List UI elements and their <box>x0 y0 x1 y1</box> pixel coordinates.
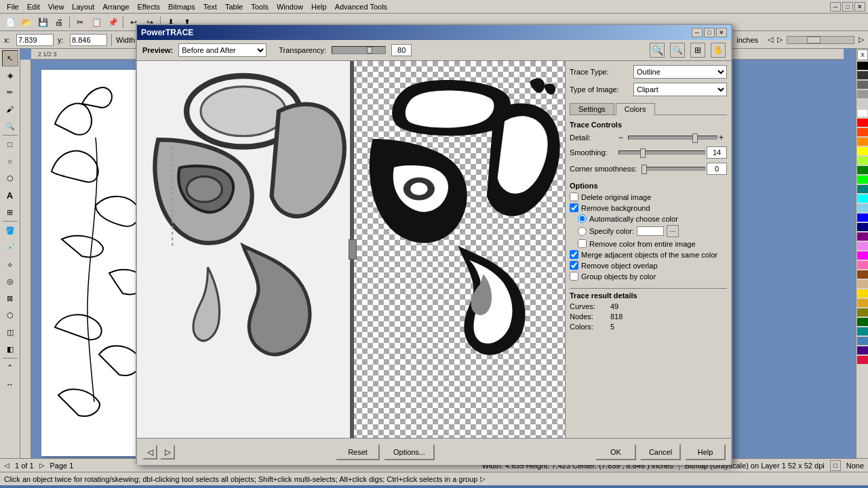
save-btn[interactable]: 💾 <box>35 15 50 30</box>
remove-bg-check[interactable] <box>570 203 578 212</box>
palette-gold[interactable] <box>857 289 868 298</box>
open-btn[interactable]: 📂 <box>19 15 34 30</box>
menubar-item-tools[interactable]: Tools <box>247 2 273 12</box>
page-nav-prev[interactable]: ◁ <box>4 462 9 469</box>
preview-separator-handle[interactable] <box>351 61 354 438</box>
eyedropper-tool[interactable]: 💉 <box>2 239 18 256</box>
palette-black[interactable] <box>857 62 868 70</box>
palette-white[interactable] <box>857 109 868 117</box>
palette-orange-red[interactable] <box>857 128 868 136</box>
fill-tool[interactable]: 🪣 <box>2 222 18 239</box>
palette-dark-cyan[interactable] <box>857 327 868 336</box>
envelope-tool[interactable]: ⊠ <box>2 290 18 306</box>
ellipse-tool[interactable]: ○ <box>2 153 18 169</box>
palette-gray[interactable] <box>857 81 868 89</box>
palette-yellow-green[interactable] <box>857 157 868 165</box>
palette-red[interactable] <box>857 119 868 127</box>
palette-indigo[interactable] <box>857 346 868 354</box>
zoom-left-btn[interactable]: ◁ <box>768 35 773 44</box>
table-tool[interactable]: ⊞ <box>2 204 18 220</box>
detail-plus[interactable]: + <box>719 133 727 142</box>
menubar-item-advanced[interactable]: Advanced Tools <box>331 2 391 12</box>
palette-lime[interactable] <box>857 176 868 184</box>
palette-orange[interactable] <box>857 138 868 146</box>
menubar-item-bitmaps[interactable]: Bitmaps <box>164 2 199 12</box>
corner-slider-track[interactable] <box>642 167 705 171</box>
palette-blue[interactable] <box>857 214 868 222</box>
palette-navy[interactable] <box>857 223 868 231</box>
cancel-button[interactable]: Cancel <box>640 444 681 460</box>
tip-arrow[interactable]: ▷ <box>480 475 486 483</box>
paste-btn[interactable]: 📌 <box>105 15 120 30</box>
nav-fwd-btn[interactable]: ▷ <box>160 445 175 460</box>
palette-magenta[interactable] <box>857 251 868 260</box>
x-input[interactable] <box>16 34 54 46</box>
transparency-tool[interactable]: ◧ <box>2 341 18 357</box>
menubar-item-help[interactable]: Help <box>307 2 331 12</box>
palette-brown[interactable] <box>857 270 868 279</box>
page-nav-next[interactable]: ▷ <box>39 462 45 469</box>
palette-pink[interactable] <box>857 261 868 269</box>
shadow-tool[interactable]: ◫ <box>2 324 18 340</box>
cut-btn[interactable]: ✂ <box>73 15 87 30</box>
corner-slider-thumb[interactable] <box>642 165 647 174</box>
app-close-btn[interactable]: ✕ <box>854 2 865 12</box>
palette-teal[interactable] <box>857 185 868 193</box>
palette-green[interactable] <box>857 166 868 174</box>
palette-cyan[interactable] <box>857 195 868 203</box>
palette-olive[interactable] <box>857 308 868 317</box>
corner-smooth-value[interactable]: 0 <box>707 163 727 175</box>
shape-tool[interactable]: ◈ <box>2 67 18 83</box>
specify-color-pick-btn[interactable]: ⋯ <box>667 225 679 237</box>
zoom-right2-btn[interactable]: ▷ <box>859 35 864 44</box>
palette-lightgray[interactable] <box>857 100 868 108</box>
detail-slider-track[interactable] <box>628 136 717 140</box>
nav-back-btn[interactable]: ◁ <box>142 445 157 460</box>
menubar-item-edit[interactable]: Edit <box>23 2 44 12</box>
select-tool[interactable]: ↖ <box>2 50 18 66</box>
ok-button[interactable]: OK <box>595 444 636 460</box>
trace-type-select[interactable]: Outline <box>633 65 727 79</box>
palette-violet[interactable] <box>857 242 868 250</box>
palette-yellow[interactable] <box>857 147 868 155</box>
options-button[interactable]: Options... <box>384 444 435 460</box>
transp-slider-track[interactable] <box>332 46 386 54</box>
menubar-item-table[interactable]: Table <box>221 2 247 12</box>
menubar-item-effects[interactable]: Effects <box>134 2 164 12</box>
smoothing-slider-track[interactable] <box>618 150 705 155</box>
remove-overlap-check[interactable] <box>570 261 578 270</box>
palette-sky-blue[interactable] <box>857 204 868 212</box>
pan-btn[interactable]: ✋ <box>711 43 726 58</box>
reset-button[interactable]: Reset <box>336 444 380 460</box>
rect-tool[interactable]: □ <box>2 136 18 152</box>
menubar-item-layout[interactable]: Layout <box>68 2 98 12</box>
palette-crimson[interactable] <box>857 356 868 364</box>
specify-color-radio[interactable] <box>578 227 587 236</box>
scroll-thumb[interactable] <box>807 37 821 43</box>
palette-purple[interactable] <box>857 232 868 241</box>
dialog-minimize-btn[interactable]: ─ <box>692 28 703 37</box>
dialog-restore-btn[interactable]: □ <box>704 28 715 37</box>
delete-original-check[interactable] <box>570 192 578 201</box>
zoom-in-btn[interactable]: 🔍 <box>650 43 665 58</box>
copy-btn[interactable]: 📋 <box>89 15 104 30</box>
detail-slider-thumb[interactable] <box>692 134 698 143</box>
menubar-item-arrange[interactable]: Arrange <box>98 2 133 12</box>
tab-colors[interactable]: Colors <box>616 103 655 115</box>
contour-tool[interactable]: ◎ <box>2 273 18 289</box>
menubar-item-view[interactable]: View <box>44 2 68 12</box>
menubar-item-text[interactable]: Text <box>199 2 221 12</box>
app-minimize-btn[interactable]: ─ <box>830 2 841 12</box>
help-button[interactable]: Help <box>685 444 726 460</box>
dimension-tool[interactable]: ↔ <box>2 376 18 392</box>
freehand-tool[interactable]: ✏ <box>2 84 18 100</box>
powertrace-dialog[interactable]: PowerTRACE ─ □ ✕ Preview: Before and Aft… <box>136 24 732 464</box>
tab-settings[interactable]: Settings <box>570 103 614 115</box>
blend-tool[interactable]: ⟡ <box>2 256 18 272</box>
palette-darkgray[interactable] <box>857 71 868 79</box>
app-maximize-btn[interactable]: □ <box>842 2 853 12</box>
y-input[interactable] <box>70 34 107 46</box>
zoom-tool[interactable]: 🔍 <box>2 118 18 134</box>
group-by-color-check[interactable] <box>570 272 578 281</box>
menubar-item-window[interactable]: Window <box>273 2 307 12</box>
